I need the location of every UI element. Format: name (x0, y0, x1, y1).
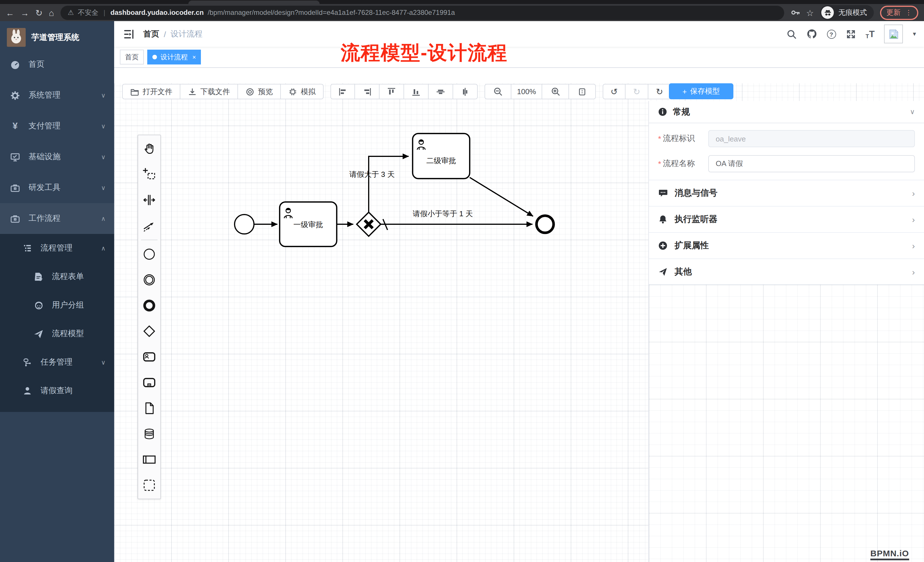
preview-button[interactable]: 预览 (238, 84, 281, 99)
browser-menu-icon[interactable]: ⋮ (905, 9, 912, 16)
sidebar-menu: 首页 系统管理 ∨ ¥ 支付管理 ∨ (0, 49, 114, 412)
bookmark-star-icon[interactable]: ☆ (806, 8, 814, 17)
form-doc-icon (34, 272, 44, 281)
refresh-button[interactable]: ↻ (648, 84, 671, 99)
sidebar-item-process-management[interactable]: 流程管理 ∧ (0, 234, 114, 262)
download-file-button[interactable]: 下载文件 (180, 84, 238, 99)
panel-section-title: 扩展属性 (675, 240, 709, 251)
zoom-value[interactable]: 100% (512, 84, 542, 99)
align-left-button[interactable] (330, 84, 355, 99)
sidebar-item-process-form[interactable]: 流程表单 (0, 262, 114, 291)
palette-hand-tool[interactable] (138, 136, 160, 162)
save-model-button[interactable]: + 保存模型 (669, 83, 734, 99)
palette-create-data-store[interactable] (138, 421, 160, 447)
back-icon[interactable]: ← (6, 8, 14, 17)
user-task-level2[interactable]: 二级审批 (412, 133, 470, 178)
message-icon (658, 188, 668, 198)
palette-create-intermediate-event[interactable] (138, 267, 160, 293)
sidebar-item-system[interactable]: 系统管理 ∨ (0, 80, 114, 111)
align-vertical-center-button[interactable] (429, 84, 453, 99)
tag-design-process[interactable]: 设计流程 × (147, 49, 201, 64)
palette-create-gateway[interactable] (138, 318, 160, 344)
sidebar-item-devtools[interactable]: 研发工具 ∨ (0, 172, 114, 203)
browser-active-tab[interactable] (188, 1, 320, 4)
align-bottom-button[interactable] (404, 84, 429, 99)
app-logo-row[interactable]: 芋道管理系统 (0, 21, 114, 49)
panel-section-messages-signals[interactable]: 消息与信号 › (649, 180, 924, 206)
sidebar-item-leave-query[interactable]: 请假查询 (0, 376, 114, 405)
palette-global-connect-tool[interactable] (138, 213, 160, 238)
panel-section-execution-listeners[interactable]: 执行监听器 › (649, 206, 924, 232)
palette-create-data-object[interactable] (138, 396, 160, 421)
palette-create-start-event[interactable] (138, 241, 160, 267)
start-event[interactable] (235, 214, 254, 234)
reload-icon[interactable]: ↻ (35, 8, 42, 17)
bpmn-canvas[interactable]: 一级审批 请假大于 3 天 (114, 69, 924, 562)
redo-button[interactable]: ↻ (626, 84, 648, 99)
forward-icon[interactable]: → (21, 8, 29, 17)
update-button[interactable]: 更新 ⋮ (880, 5, 918, 20)
zoom-percentage: 100% (517, 87, 536, 96)
key-icon[interactable] (790, 8, 800, 17)
chevron-down-icon[interactable]: ∨ (910, 108, 915, 116)
palette-create-end-event[interactable] (138, 293, 160, 318)
align-horizontal-center-button[interactable] (453, 84, 478, 99)
plus-circle-icon (658, 241, 668, 250)
process-key-input[interactable] (708, 130, 915, 147)
security-warning-icon[interactable]: ⚠ (68, 9, 74, 16)
process-name-input[interactable] (708, 155, 915, 172)
zoom-in-button[interactable] (542, 84, 569, 99)
avatar[interactable] (884, 24, 903, 43)
palette-lasso-tool[interactable] (138, 162, 160, 187)
panel-section-extended-properties[interactable]: 扩展属性 › (649, 232, 924, 258)
sequence-flow-gt3[interactable] (369, 156, 409, 212)
font-size-icon[interactable]: TT (866, 29, 874, 39)
task-flow-icon (22, 358, 32, 367)
briefcase-icon (10, 183, 20, 193)
user-task-level1[interactable]: 一级审批 (280, 202, 337, 246)
simulate-button[interactable]: 模拟 (281, 84, 324, 99)
yen-icon: ¥ (10, 121, 20, 131)
help-icon[interactable]: ? (827, 29, 836, 39)
sidebar-item-home[interactable]: 首页 (0, 49, 114, 80)
palette-create-subprocess[interactable] (138, 370, 160, 396)
breadcrumb-home[interactable]: 首页 (143, 29, 159, 39)
palette-create-pool[interactable] (138, 447, 160, 472)
github-icon[interactable] (806, 28, 817, 39)
panel-section-other[interactable]: 其他 › (649, 258, 924, 285)
sidebar-item-payment[interactable]: ¥ 支付管理 ∨ (0, 111, 114, 141)
exclusive-gateway[interactable] (357, 212, 381, 236)
open-file-button[interactable]: 打开文件 (122, 84, 180, 99)
sidebar-item-workflow[interactable]: 工作流程 ∧ (0, 203, 114, 234)
align-button-group (330, 84, 478, 99)
sidebar-item-infrastructure[interactable]: 基础设施 ∨ (0, 141, 114, 172)
url-host: dashboard.yudao.iocoder.cn (110, 9, 204, 16)
incognito-label: 无痕模式 (838, 8, 867, 17)
palette-create-group[interactable] (138, 472, 160, 498)
zoom-reset-button[interactable] (569, 84, 596, 99)
main-area: 首页 / 设计流程 ? (114, 21, 924, 562)
sidebar-collapse-icon[interactable] (123, 28, 135, 40)
sidebar-item-task-management[interactable]: 任务管理 ∨ (0, 348, 114, 376)
zoom-out-button[interactable] (484, 84, 512, 99)
sidebar-item-user-groups[interactable]: 用户分组 (0, 291, 114, 319)
tab-close-icon[interactable]: × (192, 54, 196, 60)
bpmnio-watermark[interactable]: BPMN.iO (870, 548, 909, 560)
undo-button[interactable]: ↺ (603, 84, 626, 99)
end-event[interactable] (537, 216, 554, 233)
tag-home[interactable]: 首页 (120, 49, 144, 64)
avatar-caret-icon[interactable]: ▾ (913, 30, 916, 37)
home-icon[interactable]: ⌂ (49, 8, 54, 17)
required-marker: * (658, 159, 661, 168)
palette-space-tool[interactable] (138, 187, 160, 213)
panel-section-general[interactable]: 常规 ∨ (649, 101, 924, 123)
sequence-flow[interactable] (470, 177, 533, 216)
align-top-button[interactable] (380, 84, 404, 99)
url-divider: | (104, 9, 105, 16)
sidebar-item-process-model[interactable]: 流程模型 (0, 319, 114, 348)
search-icon[interactable] (786, 29, 796, 39)
palette-create-user-task[interactable] (138, 344, 160, 370)
fullscreen-icon[interactable] (846, 29, 856, 39)
url-bar[interactable]: ⚠ 不安全 | dashboard.yudao.iocoder.cn/bpm/m… (60, 5, 784, 20)
align-right-button[interactable] (355, 84, 380, 99)
